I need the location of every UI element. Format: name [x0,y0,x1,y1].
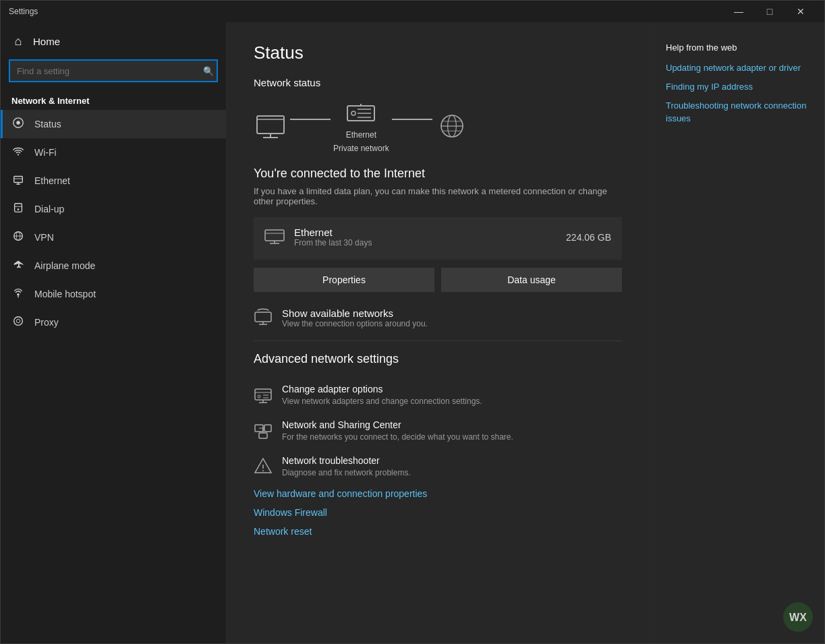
ethernet-nav-label: Ethernet [34,175,70,186]
sidebar-section-title: Network & Internet [1,90,226,110]
sidebar-item-hotspot[interactable]: Mobile hotspot [1,280,226,308]
main-content: Status Network status [227,22,649,643]
status-icon [11,117,25,131]
action-buttons: Properties Data usage [254,268,622,292]
connected-title: You're connected to the Internet [254,167,622,181]
wifi-icon [11,145,25,160]
troubleshooter-item[interactable]: Network troubleshooter Diagnose and fix … [254,448,622,484]
proxy-icon [11,315,25,330]
svg-rect-39 [255,389,271,400]
adapter-desc: View network adapters and change connect… [282,397,482,406]
svg-point-22 [351,111,355,115]
sidebar-item-status[interactable]: Status [1,110,226,138]
dialup-icon [11,202,25,216]
dialup-label: Dial-up [34,204,64,214]
troubleshooter-title: Network troubleshooter [282,455,411,466]
help-title: Help from the web [666,42,808,53]
search-input[interactable] [9,59,218,82]
sidebar-item-airplane[interactable]: Airplane mode [1,252,226,280]
svg-rect-32 [265,230,284,241]
line-1 [290,119,331,120]
close-button[interactable]: ✕ [785,1,816,22]
window-title: Settings [9,7,723,16]
svg-point-2 [18,154,19,155]
svg-rect-36 [255,312,271,322]
ethernet-card-header: Ethernet From the last 30 days 224.06 GB [264,227,611,247]
network-status-title: Network status [254,77,622,88]
change-adapter-item[interactable]: Change adapter options View network adap… [254,377,622,413]
adapter-icon [254,385,273,404]
ethernet-left: Ethernet From the last 30 days [264,227,372,247]
vpn-label: VPN [34,232,54,243]
wifi-label: Wi-Fi [34,147,57,158]
adapter-text: Change adapter options View network adap… [282,384,482,406]
router-icon: Ethernet Private network [333,99,389,153]
svg-rect-47 [264,425,271,432]
globe-icon [435,113,469,140]
status-label: Status [34,119,61,129]
line-2 [392,119,432,120]
svg-text:WX: WX [789,612,807,623]
airplane-label: Airplane mode [34,260,95,271]
svg-point-16 [16,319,20,322]
private-network-label: Private network [333,144,389,153]
svg-rect-48 [259,433,267,438]
connected-desc: If you have a limited data plan, you can… [254,186,622,206]
svg-point-43 [258,395,260,398]
network-diagram: Ethernet Private network [254,99,622,153]
sidebar-item-ethernet[interactable]: Ethernet [1,167,226,195]
networks-icon [254,307,273,328]
svg-point-1 [16,121,20,124]
hotspot-icon [11,287,25,301]
sidebar: ⌂ Home 🔍 Network & Internet Status [1,22,227,643]
home-label: Home [33,36,60,47]
airplane-icon [11,258,25,273]
page-title: Status [254,42,622,63]
sharing-title: Network and Sharing Center [282,419,513,430]
help-link-1[interactable]: Updating network adapter or driver [666,62,808,74]
sharing-center-item[interactable]: Network and Sharing Center For the netwo… [254,413,622,448]
watermark: WX [782,601,814,633]
windows-firewall-link[interactable]: Windows Firewall [254,503,622,522]
svg-rect-17 [257,116,284,134]
proxy-label: Proxy [34,317,59,328]
data-usage-button[interactable]: Data usage [441,268,622,292]
sidebar-item-dialup[interactable]: Dial-up [1,195,226,223]
svg-rect-7 [15,204,22,212]
app-body: ⌂ Home 🔍 Network & Internet Status [1,22,824,643]
ethernet-card-name: Ethernet [294,227,372,238]
home-icon: ⌂ [11,34,25,49]
networks-desc: View the connection options around you. [282,319,428,328]
help-link-2[interactable]: Finding my IP address [666,81,808,93]
networks-title: Show available networks [282,308,428,319]
svg-point-9 [18,208,20,210]
computer-icon [254,113,287,140]
ethernet-card-icon [264,227,285,247]
title-bar: Settings — □ ✕ [1,1,824,22]
advanced-title: Advanced network settings [254,352,622,366]
sidebar-item-proxy[interactable]: Proxy [1,308,226,336]
sidebar-item-home[interactable]: ⌂ Home [1,28,226,55]
sidebar-item-vpn[interactable]: VPN [1,223,226,252]
networks-text: Show available networks View the connect… [282,308,428,328]
troubleshooter-text: Network troubleshooter Diagnose and fix … [282,455,411,477]
ethernet-data-usage: 224.06 GB [566,232,611,243]
adapter-title: Change adapter options [282,384,482,394]
search-icon-button[interactable]: 🔍 [203,66,214,76]
network-reset-link[interactable]: Network reset [254,522,622,541]
ethernet-card: Ethernet From the last 30 days 224.06 GB [254,217,622,260]
hardware-props-link[interactable]: View hardware and connection properties [254,484,622,503]
sidebar-item-wifi[interactable]: Wi-Fi [1,138,226,167]
minimize-button[interactable]: — [723,1,754,22]
ethernet-nav-icon [11,173,25,188]
settings-window: Settings — □ ✕ ⌂ Home 🔍 Network & Intern… [0,0,825,644]
maximize-button[interactable]: □ [754,1,785,22]
show-available-networks[interactable]: Show available networks View the connect… [254,300,622,335]
help-link-3[interactable]: Troubleshooting network connection issue… [666,100,808,124]
properties-button[interactable]: Properties [254,268,434,292]
svg-point-52 [262,470,264,471]
troubleshooter-icon [254,457,273,475]
right-panel: Help from the web Updating network adapt… [649,22,824,643]
vpn-icon [11,230,25,245]
hotspot-label: Mobile hotspot [34,289,96,299]
